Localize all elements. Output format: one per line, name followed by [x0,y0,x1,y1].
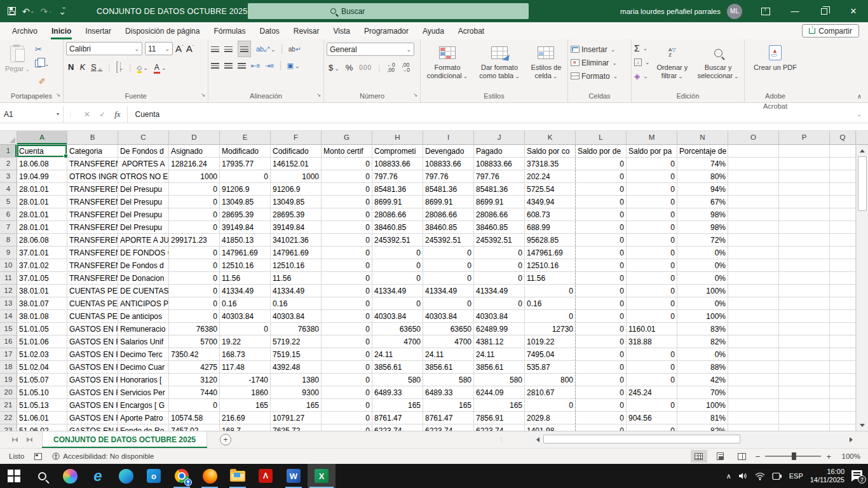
cell-I22[interactable]: 8761.47 [423,412,474,424]
cell-I14[interactable]: 40303.84 [423,310,474,323]
cell-O18[interactable] [728,361,779,374]
cell-H16[interactable]: 4700 [372,336,423,348]
cell-B11[interactable]: TRANSFEREN [67,272,118,285]
cell-J15[interactable]: 62489.99 [474,323,525,336]
cell-Q7[interactable] [830,221,856,234]
name-box[interactable]: A1▾ [0,106,64,123]
column-header-K[interactable]: K [525,131,576,145]
cell-F21[interactable]: 165 [271,399,322,412]
cell-D1[interactable]: Asignado [169,145,220,158]
cell-G11[interactable]: 0 [322,272,372,285]
cell-F19[interactable]: 1380 [271,374,322,386]
cell-I13[interactable]: 0 [423,297,474,310]
cell-K21[interactable]: 0 [525,399,576,412]
redo-icon[interactable]: ↷⌄ [41,6,53,17]
taskbar-search-button[interactable] [28,464,56,488]
restore-button[interactable] [810,0,839,22]
page-layout-view-button[interactable] [712,450,729,463]
cell-J20[interactable]: 6244.09 [474,386,525,399]
cell-M21[interactable]: 0 [627,399,677,412]
zoom-level[interactable]: 100% [836,452,860,460]
cell-L20[interactable]: 0 [576,386,627,399]
cell-Q16[interactable] [830,336,856,348]
cell-A18[interactable]: 51.02.04 [17,361,67,374]
cell-L1[interactable]: Saldo por de [576,145,627,158]
cell-F13[interactable]: 0.16 [271,297,322,310]
acrobat-button[interactable]: Λ [252,464,280,488]
cell-P19[interactable] [779,374,830,386]
cell-D7[interactable]: 0 [169,221,220,234]
cell-A4[interactable]: 28.01.01 [17,183,67,196]
zoom-in-icon[interactable]: + [826,452,831,461]
cell-E14[interactable]: 40303.84 [220,310,271,323]
cell-C18[interactable]: Decimo Cuar [118,361,169,374]
column-header-L[interactable]: L [576,131,627,145]
increase-font-icon[interactable]: Aˆ [175,43,184,54]
row-header-2[interactable]: 2 [0,158,17,170]
cell-D11[interactable]: 0 [169,272,220,285]
cell-O1[interactable] [728,145,779,158]
row-header-14[interactable]: 14 [0,310,17,323]
number-dialog-launcher[interactable]: ↘ [413,90,417,100]
column-header-C[interactable]: C [118,131,169,145]
cell-M12[interactable]: 0 [627,285,677,297]
cell-G23[interactable]: 0 [322,424,372,431]
cell-N2[interactable]: 74% [677,158,728,170]
cell-M17[interactable]: 0 [627,348,677,361]
cell-Q2[interactable] [830,158,856,170]
cell-O4[interactable] [728,183,779,196]
cell-J12[interactable]: 41334.49 [474,285,525,297]
cell-J17[interactable]: 24.11 [474,348,525,361]
cell-K15[interactable]: 12730 [525,323,576,336]
file-explorer-button[interactable] [224,464,252,488]
cell-F16[interactable]: 5719.22 [271,336,322,348]
cell-H10[interactable]: 0 [372,259,423,272]
cell-styles-button[interactable]: Estilos de celda [527,42,565,82]
cell-E5[interactable]: 13049.85 [220,196,271,208]
cell-J2[interactable]: 108833.66 [474,158,525,170]
cell-K9[interactable]: 147961.69 [525,247,576,259]
percent-format-icon[interactable]: % [346,63,353,72]
cell-B7[interactable]: TRANSFEREN [67,221,118,234]
cell-Q17[interactable] [830,348,856,361]
cell-I6[interactable]: 28086.66 [423,208,474,221]
cell-G12[interactable]: 0 [322,285,372,297]
cell-F17[interactable]: 7519.15 [271,348,322,361]
tray-expand-icon[interactable]: ∧ [726,472,731,480]
cell-N19[interactable]: 42% [677,374,728,386]
cell-O2[interactable] [728,158,779,170]
cell-A14[interactable]: 38.01.08 [17,310,67,323]
cell-Q11[interactable] [830,272,856,285]
cell-B21[interactable]: GASTOS EN F [67,399,118,412]
cell-O8[interactable] [728,234,779,247]
row-header-8[interactable]: 8 [0,234,17,247]
cell-L15[interactable]: 0 [576,323,627,336]
cell-G7[interactable]: 0 [322,221,372,234]
avatar[interactable]: ML [727,4,742,19]
cell-G4[interactable]: 0 [322,183,372,196]
cell-H19[interactable]: 580 [372,374,423,386]
cell-F5[interactable]: 13049.85 [271,196,322,208]
align-middle-icon[interactable] [224,46,233,52]
cell-B18[interactable]: GASTOS EN F [67,361,118,374]
page-break-view-button[interactable] [734,450,750,463]
insert-function-icon[interactable]: fx [114,109,120,119]
increase-decimal-icon[interactable]: ←0,00 [386,62,395,72]
cell-K12[interactable]: 0 [525,285,576,297]
tab-programador[interactable]: Programador [357,22,416,39]
decrease-decimal-icon[interactable]: ,00→0 [402,62,410,72]
cell-G17[interactable]: 0 [322,348,372,361]
chrome-button[interactable] [168,464,196,488]
cell-J6[interactable]: 28086.66 [474,208,525,221]
wrap-text-icon[interactable]: ab↵ [288,46,301,53]
cell-L19[interactable]: 0 [576,374,627,386]
cell-A20[interactable]: 51.05.10 [17,386,67,399]
cell-A23[interactable]: 51.06.02 [17,424,67,431]
cell-C21[interactable]: Encargos [ G [118,399,169,412]
cell-L18[interactable]: 0 [576,361,627,374]
cell-F3[interactable]: 1000 [271,170,322,183]
cell-L10[interactable]: 0 [576,259,627,272]
cell-H8[interactable]: 245392.51 [372,234,423,247]
cell-E21[interactable]: 165 [220,399,271,412]
cell-K8[interactable]: 95628.85 [525,234,576,247]
